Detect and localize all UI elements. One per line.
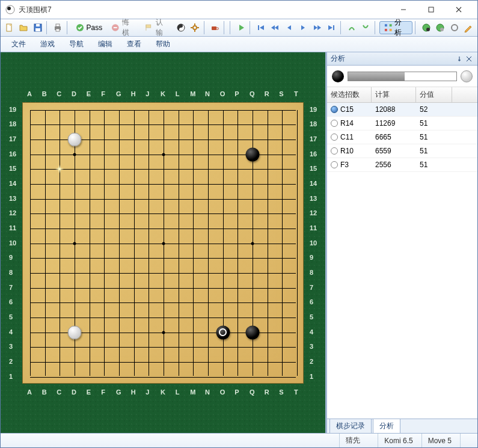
svg-point-1 (7, 7, 11, 10)
coord-row: 12 (9, 209, 16, 216)
branch-up-button[interactable] (345, 21, 358, 34)
coord-col: M (190, 90, 195, 97)
settings-button[interactable] (188, 21, 201, 34)
coord-col: J (146, 388, 149, 396)
svg-point-20 (193, 26, 197, 29)
candidate-row[interactable]: C11666551 (327, 130, 477, 144)
coord-col: H (131, 388, 136, 396)
undo-button[interactable]: 悔棋 (107, 21, 139, 34)
open-file-button[interactable] (17, 21, 29, 34)
menu-game[interactable]: 游戏 (34, 37, 61, 51)
pin-icon[interactable] (455, 54, 464, 64)
candidate-row[interactable]: F3255651 (327, 158, 477, 172)
stone-white[interactable] (68, 325, 82, 339)
coord-col: B (42, 388, 47, 396)
coord-row: 7 (9, 284, 13, 291)
new-file-button[interactable] (3, 21, 16, 34)
coord-col: Q (250, 388, 255, 396)
menubar: 文件 游戏 导航 编辑 查看 帮助 (1, 37, 477, 52)
board-panel: AABBCCDDEEFFGGHHJJKKLLMMNNOOPPQQRRSSTT19… (1, 52, 325, 433)
svg-rect-40 (389, 29, 391, 31)
coord-col: E (87, 388, 91, 396)
coord-col: K (161, 388, 165, 396)
coord-row: 5 (310, 313, 313, 321)
globe2-button[interactable] (434, 21, 447, 34)
col-score[interactable]: 分值 (416, 87, 452, 102)
svg-rect-38 (389, 24, 391, 26)
resign-label: 认输 (156, 17, 170, 38)
coord-col: J (146, 90, 149, 97)
menu-help[interactable]: 帮助 (150, 37, 176, 51)
candidate-row[interactable]: C151208852 (327, 103, 477, 117)
coord-col: B (42, 90, 47, 97)
menu-nav[interactable]: 导航 (63, 37, 90, 51)
status-spacer (460, 434, 473, 447)
analysis-toggle-label: 分析 (394, 17, 408, 38)
stone-black[interactable] (246, 147, 260, 161)
candidates-table: 候选招数 计算 分值 C151208852R141126951C11666551… (327, 87, 477, 419)
coffee-button[interactable] (209, 21, 221, 34)
svg-marker-28 (260, 25, 264, 30)
save-button[interactable] (31, 21, 44, 34)
close-button[interactable] (445, 1, 473, 19)
stone-white[interactable] (68, 132, 82, 146)
forward-button[interactable] (311, 21, 323, 34)
maximize-button[interactable] (417, 1, 445, 19)
play-button[interactable] (234, 21, 247, 34)
menu-view[interactable]: 查看 (121, 37, 147, 51)
tab-record[interactable]: 棋步记录 (329, 419, 372, 433)
panel-close-icon[interactable] (464, 54, 474, 64)
svg-point-42 (426, 28, 430, 31)
prev-button[interactable] (283, 21, 295, 34)
panel-tabs: 棋步记录 分析 (327, 419, 477, 433)
analysis-toggle-button[interactable]: 分析 (379, 21, 413, 34)
coord-col: L (176, 90, 180, 97)
menu-edit[interactable]: 编辑 (92, 37, 118, 51)
go-board[interactable] (22, 102, 304, 384)
analysis-panel-title: 分析 (331, 54, 345, 64)
minimize-button[interactable] (390, 1, 417, 19)
menu-file[interactable]: 文件 (5, 37, 32, 51)
coord-row: 14 (310, 180, 317, 187)
branch-down-button[interactable] (359, 21, 372, 34)
last-button[interactable] (325, 21, 337, 34)
app-icon (5, 5, 15, 14)
app-window: 天顶围棋7 Pass 悔棋 认输 分析 (0, 0, 478, 448)
yinyang-button[interactable] (174, 21, 187, 34)
coord-col: Q (250, 90, 255, 97)
pass-label: Pass (87, 23, 103, 32)
print-button[interactable] (51, 21, 64, 34)
coord-row: 19 (310, 106, 317, 113)
coord-row: 1 (9, 373, 13, 380)
edit-tool-button[interactable] (462, 21, 475, 34)
candidate-row[interactable]: R10655951 (327, 144, 477, 158)
coord-col: G (116, 90, 121, 97)
coord-row: 8 (9, 269, 13, 276)
coord-row: 17 (310, 135, 317, 143)
circle-tool-button[interactable] (448, 21, 461, 34)
stone-black[interactable] (216, 325, 230, 339)
window-controls (390, 1, 473, 19)
globe1-button[interactable] (420, 21, 432, 34)
coord-col: S (279, 90, 283, 97)
main-area: AABBCCDDEEFFGGHHJJKKLLMMNNOOPPQQRRSSTT19… (1, 52, 477, 433)
coord-row: 10 (9, 239, 16, 247)
coord-row: 5 (9, 313, 13, 321)
candidate-row[interactable]: R141126951 (327, 117, 477, 130)
col-calc[interactable]: 计算 (372, 87, 416, 102)
coord-col: N (205, 388, 210, 396)
col-move[interactable]: 候选招数 (327, 87, 372, 102)
coord-row: 9 (9, 254, 13, 261)
svg-rect-27 (258, 25, 259, 30)
coord-row: 13 (310, 195, 317, 202)
coord-row: 11 (310, 224, 317, 232)
undo-label: 悔棋 (122, 17, 136, 38)
pass-button[interactable]: Pass (72, 21, 106, 34)
first-button[interactable] (254, 21, 267, 34)
next-button[interactable] (297, 21, 310, 34)
eval-bar (348, 72, 457, 81)
stone-black[interactable] (246, 325, 260, 339)
tab-analysis[interactable]: 分析 (373, 419, 400, 433)
resign-button[interactable]: 认输 (141, 21, 173, 34)
rewind-button[interactable] (269, 21, 281, 34)
